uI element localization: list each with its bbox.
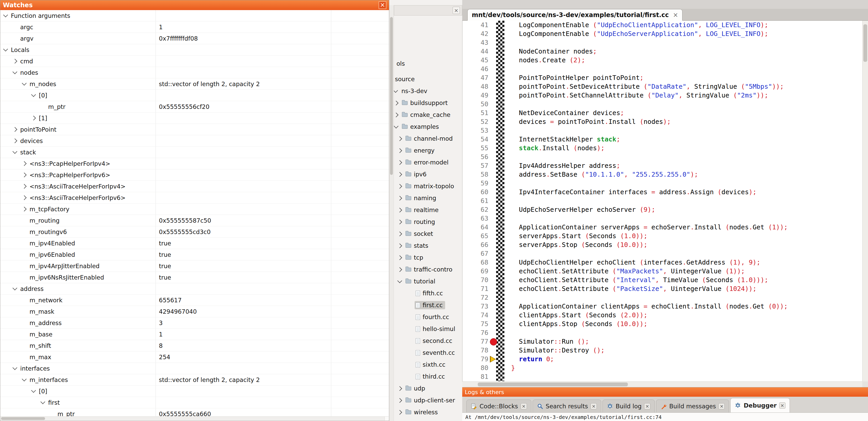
line-number[interactable]: 79 (462, 355, 488, 364)
collapse-icon[interactable] (12, 69, 17, 74)
code-line[interactable]: 63 (462, 214, 862, 223)
logs-tab-code-blocks[interactable]: Code::Blocks× (466, 399, 531, 413)
expand-icon[interactable] (397, 255, 402, 260)
watch-row[interactable]: [0] (0, 386, 389, 397)
breakpoint-gutter[interactable] (488, 91, 496, 100)
collapse-icon[interactable] (31, 388, 36, 393)
tree-item-fourth-cc[interactable]: fourth.cc (394, 311, 462, 323)
watches-close-button[interactable]: × (379, 1, 386, 9)
logs-tab-build-log[interactable]: Build log× (602, 399, 655, 413)
breakpoint-gutter[interactable] (488, 328, 496, 337)
tree-item-buildsupport[interactable]: buildsupport (394, 97, 462, 109)
breakpoint-gutter[interactable] (488, 118, 496, 126)
tree-item-error-model[interactable]: error-model (394, 157, 462, 168)
code-line[interactable]: 46 (462, 65, 862, 73)
breakpoint-gutter[interactable] (488, 223, 496, 232)
watch-row[interactable]: nodes (0, 67, 389, 78)
watch-row[interactable]: address (0, 283, 389, 295)
line-number[interactable]: 43 (462, 38, 488, 47)
breakpoint-gutter[interactable] (488, 240, 496, 249)
breakpoint-gutter[interactable] (488, 302, 496, 311)
expand-icon[interactable] (397, 244, 402, 248)
collapse-icon[interactable] (12, 286, 17, 290)
tree-item-energy[interactable]: energy (394, 144, 462, 157)
expand-icon[interactable] (397, 196, 402, 200)
watches-titlebar[interactable]: Watches × (0, 0, 389, 10)
expand-icon[interactable] (22, 161, 26, 166)
watch-row[interactable]: m_routingv60x5555555cd3c0 (0, 226, 389, 238)
collapse-icon[interactable] (22, 377, 26, 381)
line-number[interactable]: 58 (462, 170, 488, 179)
code-line[interactable]: 72 (462, 293, 862, 302)
watch-row[interactable]: [0] (0, 90, 389, 101)
tree-item-ns-3-dev[interactable]: ns-3-dev (394, 85, 462, 97)
line-number[interactable]: 66 (462, 240, 488, 249)
logs-tab-search-results[interactable]: Search results× (533, 399, 601, 413)
breakpoint-gutter[interactable] (488, 65, 496, 73)
tree-item-first-cc[interactable]: first.cc (394, 299, 462, 311)
line-number[interactable]: 62 (462, 205, 488, 214)
breakpoint-gutter[interactable] (488, 197, 496, 205)
line-number[interactable]: 61 (462, 197, 488, 205)
line-number[interactable]: 54 (462, 135, 488, 144)
watch-row[interactable]: m_shift8 (0, 340, 389, 351)
logs-tab-debugger[interactable]: Debugger× (730, 398, 789, 413)
breakpoint-gutter[interactable] (488, 82, 496, 91)
code-line[interactable]: 51 NetDeviceContainer devices; (462, 108, 862, 118)
logs-titlebar[interactable]: Logs & others (462, 387, 868, 397)
projects-close-button[interactable]: × (453, 7, 460, 14)
breakpoint-gutter[interactable] (488, 126, 496, 135)
watch-row[interactable]: <ns3::AsciiTraceHelperForIpv4> (0, 181, 389, 192)
code-line[interactable]: 64 ApplicationContainer serverApps = ech… (462, 223, 862, 232)
expand-icon[interactable] (22, 206, 26, 211)
line-number[interactable]: 80 (462, 364, 488, 373)
line-number[interactable]: 52 (462, 118, 488, 126)
watch-row[interactable]: argv0x7fffffffdf08 (0, 33, 389, 44)
line-number[interactable]: 59 (462, 179, 488, 188)
line-number[interactable]: 67 (462, 249, 488, 258)
code-line[interactable]: 58 address.SetBase ("10.1.1.0", "255.255… (462, 170, 862, 179)
code-line[interactable]: 73 ApplicationContainer clientApps = ech… (462, 302, 862, 311)
line-number[interactable]: 57 (462, 161, 488, 170)
expand-icon[interactable] (397, 172, 402, 176)
breakpoint-marker[interactable] (488, 337, 496, 346)
watch-row[interactable]: m_address3 (0, 317, 389, 329)
breakpoint-gutter[interactable] (488, 373, 496, 381)
code-line[interactable]: 74 clientApps.Start (Seconds (2.0)); (462, 311, 862, 320)
scrollbar-thumb[interactable] (863, 24, 867, 62)
collapse-icon[interactable] (394, 88, 398, 93)
breakpoint-gutter[interactable] (488, 320, 496, 328)
tree-item-socket[interactable]: socket (394, 228, 462, 240)
code-line[interactable]: 70 echoClient.SetAttribute ("Interval", … (462, 276, 862, 285)
collapse-icon[interactable] (397, 278, 402, 283)
line-number[interactable]: 53 (462, 126, 488, 135)
code-line[interactable]: 66 serverApps.Stop (Seconds (10.0)); (462, 240, 862, 249)
watch-row[interactable]: m_ipv4Enabledtrue (0, 238, 389, 249)
breakpoint-gutter[interactable] (488, 135, 496, 144)
code-area[interactable]: 41 LogComponentEnable ("UdpEchoClientApp… (462, 21, 862, 382)
line-number[interactable]: 64 (462, 223, 488, 232)
code-line[interactable]: 65 serverApps.Start (Seconds (1.0)); (462, 232, 862, 240)
line-number[interactable]: 46 (462, 65, 488, 73)
code-line[interactable]: 43 (462, 38, 862, 47)
code-line[interactable]: 62 UdpEchoServerHelper echoServer (9); (462, 205, 862, 214)
breakpoint-gutter[interactable] (488, 188, 496, 197)
scrollbar-thumb[interactable] (1, 417, 45, 420)
code-line[interactable]: 48 pointToPoint.SetDeviceAttribute ("Dat… (462, 82, 862, 91)
code-line[interactable]: 45 nodes.Create (2); (462, 56, 862, 65)
expand-icon[interactable] (397, 136, 402, 141)
breakpoint-gutter[interactable] (488, 258, 496, 267)
logs-tab-build-messages[interactable]: Build messages× (656, 399, 729, 413)
line-number[interactable]: 74 (462, 311, 488, 320)
line-number[interactable]: 73 (462, 302, 488, 311)
breakpoint-gutter[interactable] (488, 144, 496, 153)
watch-row[interactable]: <ns3::AsciiTraceHelperForIpv6> (0, 192, 389, 203)
watch-row[interactable]: m_ipv6NsRsJitterEnabledtrue (0, 272, 389, 283)
close-icon[interactable]: × (673, 11, 678, 19)
code-line[interactable]: 79 return 0; (462, 355, 862, 364)
line-number[interactable]: 70 (462, 276, 488, 285)
expand-icon[interactable] (397, 398, 402, 402)
line-number[interactable]: 68 (462, 258, 488, 267)
code-line[interactable]: 60 Ipv4InterfaceContainer interfaces = a… (462, 188, 862, 197)
breakpoint-gutter[interactable] (488, 249, 496, 258)
